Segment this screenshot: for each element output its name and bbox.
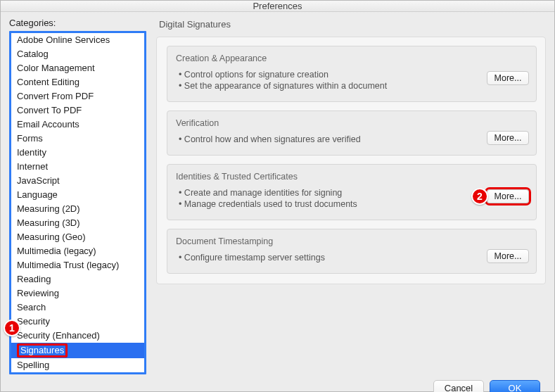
sidebar-item-label: Multimedia Trust (legacy) [17,260,119,270]
bullet-item: Set the appearance of signatures within … [179,80,528,91]
sidebar-item-label: Language [17,189,58,200]
section-title: Identities & Trusted Certificates [176,172,528,182]
annotation-marker-2: 2 [471,188,488,205]
ok-button[interactable]: OK [490,380,540,392]
section-verification: VerificationControl how and when signatu… [167,110,537,156]
sidebar-item-search[interactable]: Search [11,301,144,315]
sidebar-item-label: Signatures [17,343,68,358]
sidebar-item-label: Measuring (3D) [17,217,80,228]
section-creation-appearance: Creation & AppearanceControl options for… [167,46,537,102]
sidebar-item-label: Search [17,302,46,312]
more-button[interactable]: More... [487,249,529,263]
section-bullets: Control how and when signatures are veri… [176,134,528,145]
sidebar-item-reading[interactable]: Reading [11,272,144,286]
sidebar-item-measuring-2d-[interactable]: Measuring (2D) [11,202,144,216]
sidebar-item-label: Multimedia (legacy) [17,246,96,256]
sidebar-item-label: Measuring (Geo) [17,232,86,242]
section-bullets: Control options for signature creationSe… [176,69,528,91]
sidebar-item-label: Reviewing [17,288,59,298]
section-title: Document Timestamping [176,236,528,246]
sidebar-item-label: Security (Enhanced) [17,330,100,341]
window-titlebar: Preferences [1,1,554,12]
sidebar-item-content-editing[interactable]: Content Editing [11,75,144,89]
sidebar-item-convert-to-pdf[interactable]: Convert To PDF [11,103,144,118]
sidebar-item-label: Identity [17,147,46,158]
page-title: Digital Signatures [159,19,546,30]
dialog-footer: Cancel OK [1,380,554,392]
sidebar-item-security-enhanced-[interactable]: Security (Enhanced) [11,329,144,343]
section-bullets: Configure timestamp server settings [176,252,528,263]
sidebar-item-language[interactable]: Language [11,188,144,202]
sidebar-item-label: Internet [17,161,48,172]
sidebar-item-internet[interactable]: Internet [11,160,144,174]
section-document-timestamping: Document TimestampingConfigure timestamp… [167,229,537,274]
sidebar-item-javascript[interactable]: JavaScript [11,174,144,188]
section-title: Creation & Appearance [176,53,528,63]
sidebar-item-label: Color Management [17,63,95,73]
sidebar-item-email-accounts[interactable]: Email Accounts [11,118,144,132]
sidebar-item-label: Reading [17,274,51,284]
bullet-item: Configure timestamp server settings [179,252,528,263]
sidebar-item-identity[interactable]: Identity [11,146,144,160]
categories-label: Categories: [9,18,146,28]
sidebar-item-multimedia-legacy-[interactable]: Multimedia (legacy) [11,244,144,258]
sidebar-item-security[interactable]: Security [11,315,144,329]
sidebar-item-signatures[interactable]: Signatures [11,343,144,358]
sidebar-item-label: Email Accounts [17,119,79,129]
sidebar-item-forms[interactable]: Forms [11,132,144,146]
sidebar-item-label: Content Editing [17,77,79,87]
bullet-item: Control options for signature creation [179,69,528,80]
section-title: Verification [176,118,528,128]
sidebar-item-label: Spelling [17,360,49,370]
sidebar-item-measuring-geo-[interactable]: Measuring (Geo) [11,230,144,244]
sidebar-item-label: Security [17,316,50,327]
sidebar-item-convert-from-pdf[interactable]: Convert From PDF [11,89,144,103]
categories-list[interactable]: Adobe Online ServicesCatalogColor Manage… [9,31,146,374]
sidebar-item-adobe-online-services[interactable]: Adobe Online Services [11,33,144,47]
more-button[interactable]: More... [487,71,529,85]
categories-column: Categories: Adobe Online ServicesCatalog… [9,18,146,374]
sidebar-item-label: Catalog [17,49,49,59]
sidebar-item-label: JavaScript [17,175,60,186]
sidebar-item-label: Convert To PDF [17,105,82,115]
sidebar-item-reviewing[interactable]: Reviewing [11,286,144,301]
window-title: Preferences [253,1,302,11]
sidebar-item-measuring-3d-[interactable]: Measuring (3D) [11,216,144,230]
more-button[interactable]: More... [487,189,529,203]
annotation-marker-1: 1 [4,320,20,336]
sidebar-item-label: Forms [17,133,43,144]
sidebar-item-label: Measuring (2D) [17,203,80,214]
sidebar-item-spelling[interactable]: Spelling [11,358,144,372]
sidebar-item-label: Adobe Online Services [17,34,110,45]
more-button[interactable]: More... [487,131,529,145]
sidebar-item-catalog[interactable]: Catalog [11,47,144,61]
settings-panel: Creation & AppearanceControl options for… [156,37,546,284]
sidebar-item-label: Convert From PDF [17,91,94,101]
sidebar-item-color-management[interactable]: Color Management [11,61,144,75]
sidebar-item-multimedia-trust-legacy-[interactable]: Multimedia Trust (legacy) [11,258,144,272]
cancel-button[interactable]: Cancel [433,380,484,392]
bullet-item: Control how and when signatures are veri… [179,134,528,145]
